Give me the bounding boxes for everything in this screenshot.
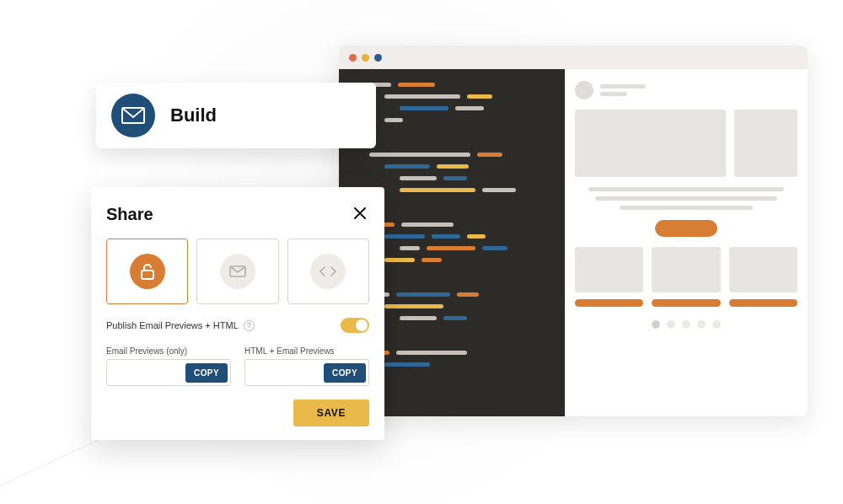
toggle-knob — [356, 319, 368, 331]
share-option-email[interactable] — [196, 239, 278, 304]
share-title: Share — [106, 205, 153, 224]
unlock-icon — [130, 254, 165, 289]
html-previews-label: HTML + Email Previews — [244, 346, 369, 356]
preview-text-line — [588, 187, 784, 191]
browser-window — [339, 46, 808, 416]
preview-pager — [575, 320, 797, 329]
html-previews-input[interactable]: COPY — [244, 359, 369, 386]
close-button[interactable] — [351, 204, 369, 225]
email-previews-input[interactable]: COPY — [106, 359, 231, 386]
preview-cta — [655, 220, 717, 237]
envelope-icon — [220, 254, 255, 289]
preview-card — [729, 247, 797, 307]
preview-card — [575, 247, 643, 307]
avatar — [575, 81, 593, 99]
share-option-link[interactable] — [106, 239, 188, 304]
close-icon — [352, 211, 368, 223]
build-card[interactable]: Build — [96, 83, 376, 148]
browser-titlebar — [339, 46, 808, 69]
preview-hero — [575, 110, 726, 177]
window-dot-max — [374, 54, 382, 62]
copy-html-previews-button[interactable]: COPY — [324, 363, 366, 383]
save-button[interactable]: SAVE — [293, 399, 369, 426]
publish-label: Publish Email Previews + HTML — [106, 320, 239, 330]
svg-rect-1 — [142, 271, 153, 279]
preview-text-line — [600, 84, 646, 88]
share-panel: Share — [91, 187, 384, 440]
window-dot-close — [349, 54, 357, 62]
code-icon — [310, 254, 346, 289]
email-preview-pane — [565, 69, 808, 416]
preview-text-line — [595, 196, 777, 201]
email-previews-label: Email Previews (only) — [106, 346, 231, 356]
share-option-code[interactable] — [287, 239, 369, 304]
envelope-icon — [111, 94, 155, 137]
copy-email-previews-button[interactable]: COPY — [185, 363, 228, 383]
window-dot-min — [362, 54, 369, 62]
preview-card — [652, 247, 720, 307]
preview-text-line — [620, 206, 753, 210]
preview-hero-side — [734, 110, 797, 177]
publish-toggle[interactable] — [341, 318, 369, 333]
preview-text-line — [600, 92, 627, 96]
build-title: Build — [170, 105, 217, 126]
help-icon[interactable]: ? — [244, 320, 255, 331]
